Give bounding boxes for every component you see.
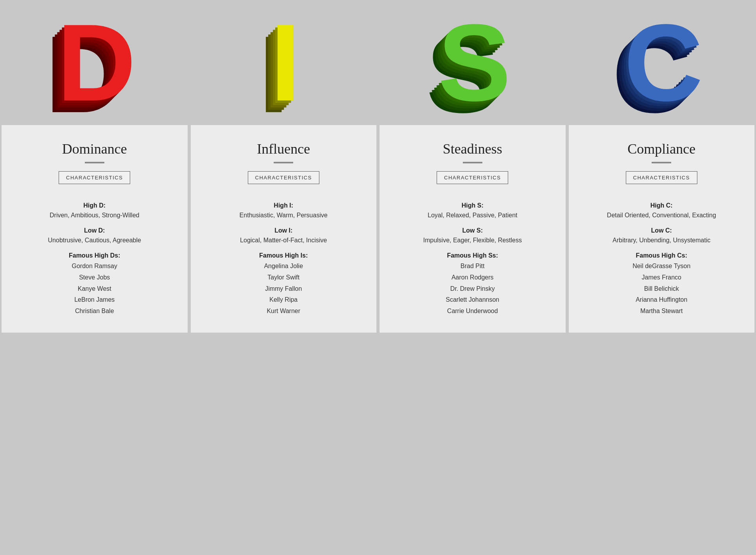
- banner-section-c: C: [567, 0, 756, 125]
- page-wrapper: D I S C Dominance CHARACTERISTICS High D…: [0, 0, 756, 333]
- high-s-content: Loyal, Relaxed, Passive, Patient: [391, 211, 554, 220]
- card-influence: Influence CHARACTERISTICS High I: Enthus…: [191, 125, 377, 333]
- letter-d: D: [57, 8, 132, 117]
- list-item: Christian Bale: [13, 306, 176, 317]
- low-c-label: Low C:: [580, 227, 743, 234]
- characteristics-btn-compliance[interactable]: CHARACTERISTICS: [626, 171, 697, 184]
- card-title-influence: Influence: [202, 141, 365, 157]
- high-i-content: Enthusiastic, Warm, Persuasive: [202, 211, 365, 220]
- list-item: Carrie Underwood: [391, 306, 554, 317]
- banner-section-i: I: [189, 0, 378, 125]
- famous-d-list: Gordon Ramsay Steve Jobs Kanye West LeBr…: [13, 261, 176, 317]
- list-item: Kelly Ripa: [202, 294, 365, 306]
- banner-section-s: S: [378, 0, 567, 125]
- list-item: Brad Pitt: [391, 261, 554, 272]
- high-i-label: High I:: [202, 202, 365, 209]
- letter-i: I: [270, 8, 297, 117]
- letter-s: S: [438, 8, 507, 117]
- list-item: Bill Belichick: [580, 283, 743, 295]
- characteristics-btn-influence[interactable]: CHARACTERISTICS: [248, 171, 319, 184]
- low-c-content: Arbitrary, Unbending, Unsystematic: [580, 236, 743, 245]
- list-item: Aaron Rodgers: [391, 272, 554, 283]
- list-item: Scarlett Johannson: [391, 294, 554, 306]
- list-item: Arianna Huffington: [580, 294, 743, 306]
- list-item: Gordon Ramsay: [13, 261, 176, 272]
- low-i-label: Low I:: [202, 227, 365, 234]
- high-s-label: High S:: [391, 202, 554, 209]
- list-item: James Franco: [580, 272, 743, 283]
- low-d-content: Unobtrusive, Cautious, Agreeable: [13, 236, 176, 245]
- banner-section-d: D: [0, 0, 189, 125]
- list-item: LeBron James: [13, 294, 176, 306]
- high-d-content: Driven, Ambitious, Strong-Willed: [13, 211, 176, 220]
- famous-i-list: Angelina Jolie Taylor Swift Jimmy Fallon…: [202, 261, 365, 317]
- banner: D I S C: [0, 0, 756, 125]
- card-dominance: Dominance CHARACTERISTICS High D: Driven…: [2, 125, 188, 333]
- list-item: Kanye West: [13, 283, 176, 295]
- low-s-content: Impulsive, Eager, Flexible, Restless: [391, 236, 554, 245]
- divider-compliance: [652, 162, 671, 163]
- card-title-dominance: Dominance: [13, 141, 176, 157]
- list-item: Angelina Jolie: [202, 261, 365, 272]
- list-item: Dr. Drew Pinsky: [391, 283, 554, 295]
- divider-steadiness: [463, 162, 482, 163]
- letter-c: C: [624, 8, 699, 117]
- divider-dominance: [85, 162, 104, 163]
- famous-d-label: Famous High Ds:: [13, 252, 176, 259]
- list-item: Steve Jobs: [13, 272, 176, 283]
- list-item: Kurt Warner: [202, 306, 365, 317]
- card-steadiness: Steadiness CHARACTERISTICS High S: Loyal…: [380, 125, 566, 333]
- characteristics-btn-dominance[interactable]: CHARACTERISTICS: [59, 171, 130, 184]
- list-item: Martha Stewart: [580, 306, 743, 317]
- high-d-label: High D:: [13, 202, 176, 209]
- famous-c-list: Neil deGrasse Tyson James Franco Bill Be…: [580, 261, 743, 317]
- card-compliance: Compliance CHARACTERISTICS High C: Detai…: [569, 125, 755, 333]
- list-item: Neil deGrasse Tyson: [580, 261, 743, 272]
- famous-s-list: Brad Pitt Aaron Rodgers Dr. Drew Pinsky …: [391, 261, 554, 317]
- card-title-steadiness: Steadiness: [391, 141, 554, 157]
- list-item: Taylor Swift: [202, 272, 365, 283]
- high-c-label: High C:: [580, 202, 743, 209]
- characteristics-btn-steadiness[interactable]: CHARACTERISTICS: [437, 171, 508, 184]
- card-title-compliance: Compliance: [580, 141, 743, 157]
- famous-i-label: Famous High Is:: [202, 252, 365, 259]
- divider-influence: [274, 162, 293, 163]
- famous-c-label: Famous High Cs:: [580, 252, 743, 259]
- low-i-content: Logical, Matter-of-Fact, Incisive: [202, 236, 365, 245]
- cards-container: Dominance CHARACTERISTICS High D: Driven…: [0, 125, 756, 333]
- low-s-label: Low S:: [391, 227, 554, 234]
- list-item: Jimmy Fallon: [202, 283, 365, 295]
- high-c-content: Detail Oriented, Conventional, Exacting: [580, 211, 743, 220]
- low-d-label: Low D:: [13, 227, 176, 234]
- famous-s-label: Famous High Ss:: [391, 252, 554, 259]
